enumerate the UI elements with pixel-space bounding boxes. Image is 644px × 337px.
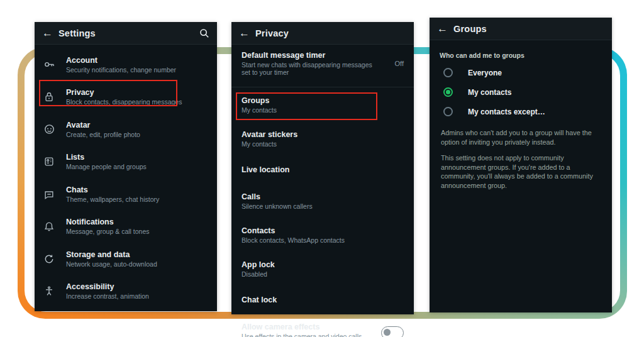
back-arrow-icon[interactable]: ← [42,27,58,40]
item-title: Lists [66,153,147,162]
item-subtitle: Start new chats with disappearing messag… [242,61,375,76]
radio-unselected-icon[interactable] [443,68,453,77]
item-subtitle: Theme, wallpapers, chat history [66,196,159,203]
lock-icon [43,91,66,102]
privacy-item-default-message-timer[interactable]: Default message timer Start new chats wi… [231,45,414,87]
item-subtitle: Block contacts, WhatsApp contacts [242,236,404,244]
search-icon[interactable] [199,28,209,38]
item-subtitle: Message, group & call tones [66,228,150,235]
privacy-item-avatar-stickers[interactable]: Avatar stickers My contacts [231,123,414,157]
camera-effects-toggle[interactable] [381,326,404,337]
settings-item-accessibility[interactable]: Accessibility Increase contrast, animati… [35,275,217,308]
groups-description-1: Admins who can't add you to a group will… [430,128,614,146]
item-subtitle: Silence unknown callers [242,202,404,210]
avatar-icon [43,123,66,135]
item-subtitle: Disabled [242,270,404,278]
privacy-item-groups[interactable]: Groups My contacts [231,87,414,123]
chat-bubble-icon [43,189,66,200]
back-arrow-icon[interactable]: ← [239,27,255,40]
item-title: Accessibility [66,282,149,291]
item-title: Chats [66,185,159,194]
item-value: Off [395,60,404,67]
item-subtitle: Manage people and groups [66,163,147,170]
privacy-title: Privacy [255,28,289,38]
groups-screen: ← Groups Who can add me to groups Everyo… [430,18,612,312]
item-subtitle: Use effects in the camera and video call… [242,333,376,337]
settings-title: Settings [58,28,96,38]
option-my-contacts-except[interactable]: My contacts except… [430,102,612,121]
groups-title: Groups [453,24,487,34]
groups-description-2: This setting does not apply to community… [430,153,614,190]
privacy-item-live-location[interactable]: Live location [231,157,414,185]
item-subtitle: Security notifications, change number [66,66,176,74]
item-subtitle: My contacts [242,140,404,148]
back-arrow-icon[interactable]: ← [437,23,453,35]
item-subtitle: My contacts [242,106,404,114]
privacy-item-allow-camera-effects[interactable]: Allow camera effects Use effects in the … [231,315,414,337]
item-title: Calls [242,192,404,201]
item-title: Avatar stickers [242,130,404,139]
option-label: My contacts except… [468,108,545,116]
radio-unselected-icon[interactable] [443,107,453,116]
bell-icon [43,221,66,232]
accessibility-icon [43,285,66,297]
option-my-contacts[interactable]: My contacts [430,82,612,102]
screenshot-canvas: ← Settings Account Securi [0,0,644,337]
item-subtitle: Increase contrast, animation [66,292,149,300]
item-subtitle: Network usage, auto-download [66,260,157,268]
settings-header: ← Settings [35,22,217,44]
option-label: Everyone [468,69,502,77]
privacy-item-app-lock[interactable]: App lock Disabled [231,253,414,287]
item-title: Chat lock [242,296,404,304]
settings-screen: ← Settings Account Securi [35,22,217,311]
settings-item-privacy[interactable]: Privacy Block contacts, disappearing mes… [35,81,217,114]
storage-icon [43,253,66,265]
option-everyone[interactable]: Everyone [430,63,612,82]
item-title: Storage and data [66,250,157,259]
privacy-header: ← Privacy [231,22,414,44]
option-label: My contacts [468,88,511,97]
key-icon [43,58,66,70]
settings-item-account[interactable]: Account Security notifications, change n… [35,48,217,81]
settings-list: Account Security notifications, change n… [35,45,217,307]
item-subtitle: Block contacts, disappearing messages [66,98,182,106]
item-title: Privacy [66,88,182,97]
privacy-item-chat-lock[interactable]: Chat lock [231,287,414,315]
settings-item-notifications[interactable]: Notifications Message, group & call tone… [35,211,217,243]
lists-icon [43,156,66,167]
item-title: Notifications [66,218,150,226]
item-title: Live location [242,165,404,174]
item-title: App lock [242,260,404,269]
radio-selected-icon[interactable] [443,87,453,97]
settings-item-lists[interactable]: Lists Manage people and groups [35,146,217,179]
privacy-item-calls[interactable]: Calls Silence unknown callers [231,185,414,219]
toggle-knob [384,329,391,336]
settings-item-avatar[interactable]: Avatar Create, edit, profile photo [35,113,217,146]
item-title: Avatar [66,121,140,130]
item-title: Account [66,56,176,65]
item-title: Allow camera effects [242,323,376,331]
section-label: Who can add me to groups [430,40,612,63]
privacy-screen: ← Privacy Default message timer Start ne… [231,22,414,314]
settings-item-chats[interactable]: Chats Theme, wallpapers, chat history [35,178,217,211]
privacy-item-contacts[interactable]: Contacts Block contacts, WhatsApp contac… [231,219,414,253]
item-title: Contacts [242,226,404,235]
settings-item-storage[interactable]: Storage and data Network usage, auto-dow… [35,243,217,275]
item-subtitle: Create, edit, profile photo [66,131,140,138]
item-title: Default message timer [242,51,389,60]
groups-header: ← Groups [430,18,612,40]
item-title: Groups [242,96,404,105]
